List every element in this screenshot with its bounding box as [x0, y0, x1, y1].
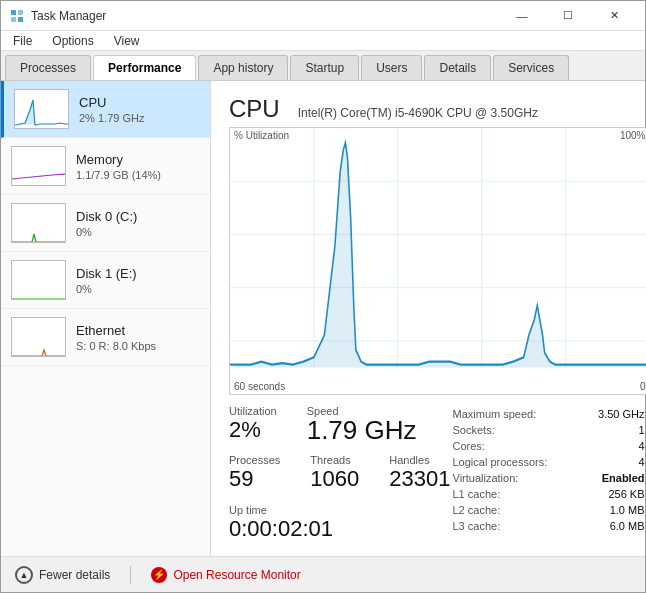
sockets-row: Sockets: 1: [453, 423, 647, 437]
uptime-value: 0:00:02:01: [229, 516, 451, 542]
tab-services[interactable]: Services: [493, 55, 569, 80]
virtualization-label: Virtualization:: [453, 471, 581, 485]
utilization-value: 2%: [229, 417, 277, 443]
max-speed-label: Maximum speed:: [453, 407, 581, 421]
cpu-thumb: [14, 89, 69, 129]
menu-view[interactable]: View: [106, 32, 148, 50]
virtualization-value: Enabled: [583, 471, 646, 485]
tab-processes[interactable]: Processes: [5, 55, 91, 80]
panel-header: CPU Intel(R) Core(TM) i5-4690K CPU @ 3.5…: [229, 95, 646, 123]
l2-value: 1.0 MB: [583, 503, 646, 517]
handles-value: 23301: [389, 466, 450, 492]
handles-label: Handles: [389, 454, 450, 466]
resource-monitor-icon: ⚡: [151, 567, 167, 583]
maximize-button[interactable]: ☐: [545, 1, 591, 31]
processes-label: Processes: [229, 454, 280, 466]
close-button[interactable]: ✕: [591, 1, 637, 31]
sockets-value: 1: [583, 423, 646, 437]
cpu-label: CPU: [79, 95, 200, 110]
sidebar-item-ethernet[interactable]: Ethernet S: 0 R: 8.0 Kbps: [1, 309, 210, 366]
fewer-details-label: Fewer details: [39, 568, 110, 582]
sockets-label: Sockets:: [453, 423, 581, 437]
processes-row: Processes 59 Threads 1060 Handles 23301: [229, 454, 451, 500]
window-title: Task Manager: [31, 9, 499, 23]
main-panel: CPU Intel(R) Core(TM) i5-4690K CPU @ 3.5…: [211, 81, 646, 556]
panel-subtitle: Intel(R) Core(TM) i5-4690K CPU @ 3.50GHz: [298, 106, 538, 120]
svg-rect-3: [18, 17, 23, 22]
ethernet-info: Ethernet S: 0 R: 8.0 Kbps: [76, 323, 200, 352]
minimize-button[interactable]: —: [499, 1, 545, 31]
chart-x-right: 0: [640, 381, 646, 392]
speed-block: Speed 1.79 GHz: [307, 405, 417, 443]
logical-value: 4: [583, 455, 646, 469]
handles-block: Handles 23301: [389, 454, 450, 492]
chart-svg: [230, 128, 646, 394]
svg-rect-8: [12, 318, 66, 357]
sidebar-item-disk0[interactable]: Disk 0 (C:) 0%: [1, 195, 210, 252]
tab-app-history[interactable]: App history: [198, 55, 288, 80]
l2-row: L2 cache: 1.0 MB: [453, 503, 647, 517]
memory-info: Memory 1.1/7.9 GB (14%): [76, 152, 200, 181]
sidebar-item-disk1[interactable]: Disk 1 (E:) 0%: [1, 252, 210, 309]
open-resource-monitor-link[interactable]: ⚡ Open Resource Monitor: [151, 567, 300, 583]
memory-sub: 1.1/7.9 GB (14%): [76, 169, 200, 181]
sidebar-item-memory[interactable]: Memory 1.1/7.9 GB (14%): [1, 138, 210, 195]
memory-thumb: [11, 146, 66, 186]
sidebar: CPU 2% 1.79 GHz Memory 1.1/7.9 GB (14%): [1, 81, 211, 556]
app-icon: [9, 8, 25, 24]
chart-y-max: 100%: [620, 130, 646, 141]
sidebar-item-cpu[interactable]: CPU 2% 1.79 GHz: [1, 81, 210, 138]
utilization-label: Utilization: [229, 405, 277, 417]
processes-value: 59: [229, 466, 280, 492]
ethernet-thumb: [11, 317, 66, 357]
tab-performance[interactable]: Performance: [93, 55, 196, 80]
uptime-block: Up time 0:00:02:01: [229, 504, 451, 542]
menu-options[interactable]: Options: [44, 32, 101, 50]
tab-details[interactable]: Details: [424, 55, 491, 80]
utilization-block: Utilization 2%: [229, 405, 277, 443]
svg-rect-1: [18, 10, 23, 15]
menu-file[interactable]: File: [5, 32, 40, 50]
utilization-speed-row: Utilization 2% Speed 1.79 GHz: [229, 405, 451, 451]
right-info-table: Maximum speed: 3.50 GHz Sockets: 1 Cores…: [451, 405, 647, 535]
cores-value: 4: [583, 439, 646, 453]
memory-label: Memory: [76, 152, 200, 167]
l1-label: L1 cache:: [453, 487, 581, 501]
svg-rect-5: [12, 147, 66, 186]
svg-rect-6: [12, 204, 66, 243]
processes-block: Processes 59: [229, 454, 280, 492]
disk1-label: Disk 1 (E:): [76, 266, 200, 281]
max-speed-row: Maximum speed: 3.50 GHz: [453, 407, 647, 421]
fewer-details-button[interactable]: ▲ Fewer details: [15, 566, 110, 584]
svg-marker-17: [230, 143, 646, 368]
tab-users[interactable]: Users: [361, 55, 422, 80]
max-speed-value: 3.50 GHz: [583, 407, 646, 421]
logical-label: Logical processors:: [453, 455, 581, 469]
ethernet-label: Ethernet: [76, 323, 200, 338]
content-area: CPU 2% 1.79 GHz Memory 1.1/7.9 GB (14%): [1, 81, 645, 556]
ethernet-sub: S: 0 R: 8.0 Kbps: [76, 340, 200, 352]
speed-value: 1.79 GHz: [307, 417, 417, 443]
l1-row: L1 cache: 256 KB: [453, 487, 647, 501]
panel-title: CPU: [229, 95, 280, 123]
l2-label: L2 cache:: [453, 503, 581, 517]
threads-block: Threads 1060: [310, 454, 359, 492]
virtualization-row: Virtualization: Enabled: [453, 471, 647, 485]
chart-y-label: % Utilization: [234, 130, 289, 141]
l3-row: L3 cache: 6.0 MB: [453, 519, 647, 533]
threads-value: 1060: [310, 466, 359, 492]
title-bar: Task Manager — ☐ ✕: [1, 1, 645, 31]
open-resource-monitor-label: Open Resource Monitor: [173, 568, 300, 582]
disk0-label: Disk 0 (C:): [76, 209, 200, 224]
tab-startup[interactable]: Startup: [290, 55, 359, 80]
svg-rect-7: [12, 261, 66, 300]
window-controls: — ☐ ✕: [499, 1, 637, 31]
bottom-stats: Utilization 2% Speed 1.79 GHz Processes …: [229, 405, 646, 542]
menu-bar: File Options View: [1, 31, 645, 51]
task-manager-window: Task Manager — ☐ ✕ File Options View Pro…: [0, 0, 646, 593]
disk0-sub: 0%: [76, 226, 200, 238]
disk0-thumb: [11, 203, 66, 243]
l3-label: L3 cache:: [453, 519, 581, 533]
chart-x-label: 60 seconds: [234, 381, 285, 392]
cores-row: Cores: 4: [453, 439, 647, 453]
